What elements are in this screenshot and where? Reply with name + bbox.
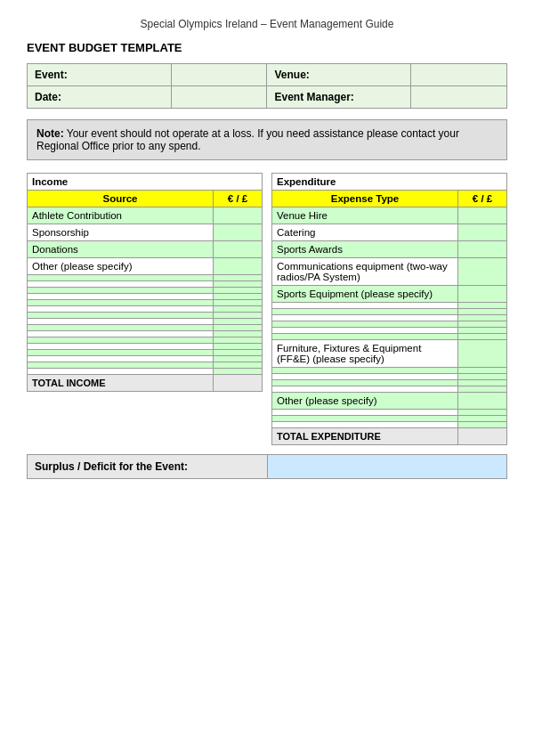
venue-label: Venue: [267, 64, 411, 86]
expenditure-row-label [272, 315, 458, 321]
income-row [28, 362, 263, 369]
expenditure-row-value[interactable] [458, 393, 507, 410]
income-row-value[interactable] [214, 294, 263, 300]
income-section-header: Income [28, 174, 263, 191]
income-amount-header: € / £ [214, 191, 263, 207]
income-row-label [28, 331, 214, 337]
expenditure-row-value[interactable] [458, 309, 507, 315]
income-row [28, 300, 263, 306]
income-row-value[interactable] [214, 288, 263, 294]
income-row-label [28, 275, 214, 281]
date-label: Date: [28, 86, 172, 109]
expenditure-row-value[interactable] [458, 410, 507, 416]
income-row-label: Donations [28, 241, 214, 258]
income-row-value[interactable] [214, 369, 263, 375]
income-row-value[interactable] [214, 313, 263, 319]
income-row [28, 350, 263, 356]
income-row [28, 288, 263, 294]
income-row [28, 319, 263, 325]
income-row-value[interactable] [214, 241, 263, 258]
income-row: Other (please specify) [28, 258, 263, 275]
expenditure-row [272, 328, 507, 334]
income-row-value[interactable] [214, 258, 263, 275]
expenditure-row [272, 309, 507, 315]
note-box: Note: Your event should not operate at a… [27, 119, 507, 160]
income-total-value[interactable] [214, 375, 263, 392]
expenditure-row: Sports Equipment (please specify) [272, 286, 507, 303]
income-row-value[interactable] [214, 224, 263, 241]
expenditure-row-value[interactable] [458, 334, 507, 340]
expenditure-row [272, 422, 507, 428]
expenditure-row-value[interactable] [458, 380, 507, 386]
expenditure-row-value[interactable] [458, 374, 507, 380]
expenditure-row: Venue Hire [272, 207, 507, 224]
income-row-value[interactable] [214, 306, 263, 313]
income-row [28, 281, 263, 288]
expenditure-row-label [272, 321, 458, 328]
expenditure-total-value[interactable] [458, 428, 507, 445]
manager-value[interactable] [411, 86, 507, 109]
income-row-label [28, 300, 214, 306]
expenditure-row-value[interactable] [458, 286, 507, 303]
expenditure-row-label [272, 334, 458, 340]
expenditure-row-value[interactable] [458, 416, 507, 422]
expenditure-row-label: Sports Awards [272, 241, 458, 258]
income-row-value[interactable] [214, 331, 263, 337]
income-row: Athlete Contribution [28, 207, 263, 224]
expenditure-row: Furniture, Fixtures & Equipment (FF&E) (… [272, 340, 507, 368]
income-row-label [28, 306, 214, 313]
expenditure-row-label [272, 368, 458, 374]
income-table: Income Source € / £ Athlete Contribution… [27, 173, 263, 392]
expenditure-row-value[interactable] [458, 241, 507, 258]
expenditure-row [272, 380, 507, 386]
income-row-label: Sponsorship [28, 224, 214, 241]
expenditure-amount-header: € / £ [458, 191, 507, 207]
income-row-label [28, 325, 214, 331]
expenditure-row [272, 368, 507, 374]
income-row-value[interactable] [214, 275, 263, 281]
event-value[interactable] [171, 64, 267, 86]
income-row-value[interactable] [214, 319, 263, 325]
venue-value[interactable] [411, 64, 507, 86]
expenditure-row-label: Other (please specify) [272, 393, 458, 410]
expenditure-row-value[interactable] [458, 368, 507, 374]
income-row [28, 369, 263, 375]
income-row [28, 331, 263, 337]
expenditure-row-value[interactable] [458, 207, 507, 224]
income-row-value[interactable] [214, 207, 263, 224]
income-row-value[interactable] [214, 344, 263, 350]
surplus-value[interactable] [267, 455, 507, 479]
income-source-header: Source [28, 191, 214, 207]
page-title: Special Olympics Ireland – Event Managem… [27, 18, 507, 30]
expenditure-row-label: Sports Equipment (please specify) [272, 286, 458, 303]
expenditure-row [272, 374, 507, 380]
section-title: EVENT BUDGET TEMPLATE [27, 41, 507, 54]
expenditure-row [272, 315, 507, 321]
expenditure-row-label [272, 422, 458, 428]
expenditure-row-value[interactable] [458, 303, 507, 309]
income-row-label [28, 356, 214, 362]
income-row-label [28, 350, 214, 356]
income-row-value[interactable] [214, 325, 263, 331]
income-row-value[interactable] [214, 350, 263, 356]
income-row-value[interactable] [214, 281, 263, 288]
expenditure-row-label: Catering [272, 224, 458, 241]
income-row [28, 325, 263, 331]
expenditure-row-value[interactable] [458, 258, 507, 286]
event-label: Event: [28, 64, 172, 86]
income-row-value[interactable] [214, 356, 263, 362]
date-value[interactable] [171, 86, 267, 109]
expenditure-row-label [272, 386, 458, 393]
income-row [28, 344, 263, 350]
income-row-value[interactable] [214, 337, 263, 344]
expenditure-row-value[interactable] [458, 321, 507, 328]
expenditure-row-value[interactable] [458, 386, 507, 393]
income-row-value[interactable] [214, 362, 263, 369]
expenditure-row-value[interactable] [458, 224, 507, 241]
expenditure-row-value[interactable] [458, 422, 507, 428]
expenditure-row-value[interactable] [458, 328, 507, 334]
expenditure-row-value[interactable] [458, 340, 507, 368]
income-row-value[interactable] [214, 300, 263, 306]
expenditure-row [272, 303, 507, 309]
expenditure-row-value[interactable] [458, 315, 507, 321]
